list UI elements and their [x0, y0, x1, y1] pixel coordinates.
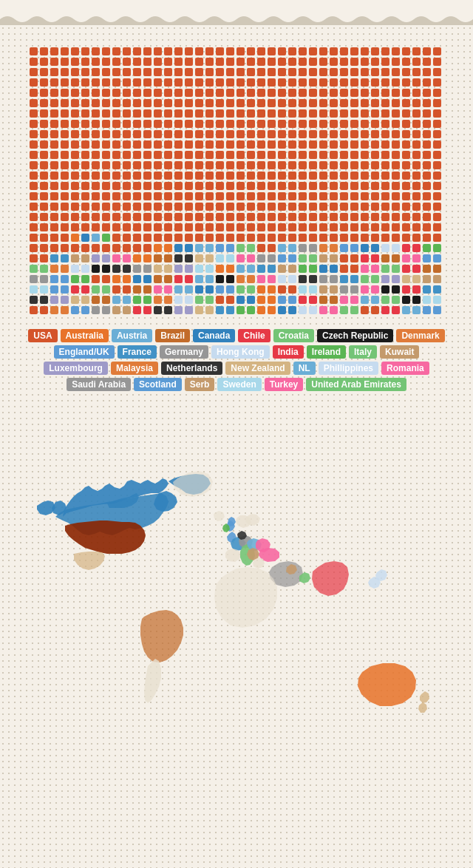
grid-cell — [361, 130, 369, 138]
grid-cell — [402, 58, 410, 66]
grid-cell — [112, 99, 120, 107]
grid-cell — [40, 265, 48, 273]
grid-cell — [371, 306, 379, 314]
grid-cell — [71, 182, 79, 190]
grid-cell — [112, 130, 120, 138]
legend: USAAustraliaAustriaBrazilCanadaChileCroa… — [0, 322, 473, 399]
grid-cell — [174, 213, 183, 221]
grid-cell — [123, 151, 131, 159]
grid-cell — [361, 182, 369, 190]
grid-cell — [226, 140, 234, 149]
grid-cell — [392, 265, 400, 273]
grid-cell — [123, 109, 131, 118]
grid-cell — [164, 296, 172, 304]
grid-cell — [50, 89, 58, 97]
grid-cell — [288, 223, 296, 231]
grid-cell — [226, 78, 234, 87]
grid-cell — [361, 172, 369, 180]
grid-cell — [319, 130, 327, 138]
grid-cell — [81, 254, 89, 262]
grid-cell — [133, 58, 141, 66]
grid-cell — [236, 203, 245, 211]
grid-cell — [257, 99, 265, 107]
grid-cell — [50, 234, 58, 242]
grid-cell — [319, 78, 327, 87]
grid-cell — [195, 234, 203, 242]
grid-cell — [392, 213, 400, 221]
grid-cell — [433, 89, 441, 97]
grid-cell — [350, 89, 358, 97]
grid-cell — [412, 213, 421, 221]
grid-cell — [92, 161, 100, 169]
grid-cell — [216, 89, 224, 97]
grid-cell — [392, 172, 400, 180]
grid-cell — [154, 151, 162, 159]
grid-cell — [61, 172, 69, 180]
grid-cell — [392, 99, 400, 107]
grid-cell — [257, 120, 265, 128]
grid-cell — [30, 306, 38, 314]
grid-cell — [92, 182, 100, 190]
grid-cell — [330, 285, 338, 294]
grid-cell — [102, 78, 110, 87]
grid-cell — [402, 296, 410, 304]
grid-cell — [174, 68, 183, 76]
grid-cell — [278, 99, 286, 107]
grid-cell — [330, 161, 338, 169]
grid-cell — [102, 99, 110, 107]
grid-cell — [371, 275, 379, 283]
grid-cell — [299, 109, 307, 118]
grid-cell — [123, 275, 131, 283]
grid-cell — [309, 140, 317, 149]
grid-cell — [71, 244, 79, 252]
grid-cell — [288, 213, 296, 221]
grid-cell — [433, 275, 441, 283]
grid-cell — [61, 109, 69, 118]
grid-cell — [154, 213, 162, 221]
grid-cell — [423, 130, 431, 138]
grid-cell — [216, 47, 224, 55]
legend-item: Kuwait — [380, 345, 419, 359]
grid-cell — [350, 285, 358, 294]
grid-cell — [195, 161, 203, 169]
grid-cell — [123, 99, 131, 107]
grid-cell — [112, 265, 120, 273]
grid-cell — [340, 161, 348, 169]
grid-cell — [92, 130, 100, 138]
grid-cell — [92, 223, 100, 231]
grid-cell — [247, 78, 255, 87]
grid-cell — [236, 140, 245, 149]
grid-cell — [330, 140, 338, 149]
grid-cell — [112, 275, 120, 283]
grid-cell — [330, 306, 338, 314]
grid-cell — [61, 285, 69, 294]
grid-cell — [433, 140, 441, 149]
grid-cell — [330, 244, 338, 252]
grid-cell — [257, 223, 265, 231]
grid-cell — [247, 203, 255, 211]
grid-cell — [133, 109, 141, 118]
grid-cell — [309, 151, 317, 159]
grid-cell — [350, 68, 358, 76]
grid-cell — [371, 172, 379, 180]
grid-cell — [40, 140, 48, 149]
grid-cell — [102, 275, 110, 283]
grid-cell — [61, 99, 69, 107]
grid-cell — [309, 265, 317, 273]
grid-cell — [402, 68, 410, 76]
grid-cell — [40, 161, 48, 169]
grid-cell — [174, 140, 183, 149]
grid-cell — [371, 130, 379, 138]
grid-cell — [330, 203, 338, 211]
grid-cell — [423, 182, 431, 190]
grid-cell — [268, 203, 276, 211]
grid-cell — [361, 192, 369, 200]
grid-cell — [143, 120, 152, 128]
grid-cell — [371, 213, 379, 221]
grid-cell — [71, 296, 79, 304]
grid-cell — [123, 203, 131, 211]
legend-item: USA — [28, 329, 57, 342]
grid-cell — [185, 254, 193, 262]
grid-cell — [361, 120, 369, 128]
grid-cell — [195, 192, 203, 200]
